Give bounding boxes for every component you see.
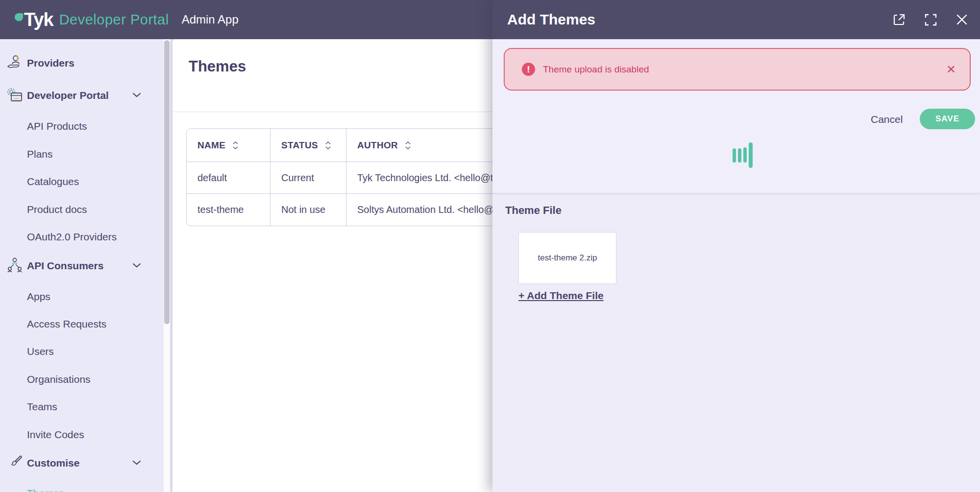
sidebar-item-users[interactable]: Users	[0, 344, 162, 359]
cell-name: test-theme	[187, 194, 270, 226]
column-label: STATUS	[281, 140, 318, 150]
sidebar-item-label: Providers	[27, 57, 74, 69]
sidebar-item-label: Organisations	[27, 374, 91, 385]
sidebar-item-label: Users	[27, 346, 54, 357]
sort-icon	[325, 141, 331, 150]
app-name: Admin App	[182, 13, 239, 26]
drawer-body: ! Theme upload is disabled ✕ Cancel SAVE…	[492, 39, 980, 492]
sidebar-item-providers[interactable]: Providers	[0, 56, 162, 70]
cancel-button[interactable]: Cancel	[871, 114, 903, 125]
api-consumers-icon	[6, 257, 24, 274]
developer-portal-icon: </>	[6, 86, 24, 104]
loading-bars-indicator	[733, 140, 754, 211]
chevron-down-icon[interactable]	[132, 262, 141, 268]
cell-status: Current	[270, 162, 346, 194]
cell-name: default	[187, 162, 270, 194]
chevron-down-icon[interactable]	[132, 460, 141, 466]
close-icon[interactable]	[954, 11, 970, 28]
sidebar-item-label: Invite Codes	[27, 429, 84, 441]
sidebar-item-developer-portal[interactable]: </> Developer Portal	[0, 88, 162, 103]
sidebar-item-label: Access Requests	[27, 318, 106, 330]
sidebar-item-teams[interactable]: Teams	[0, 399, 162, 414]
sidebar-item-label: OAuth2.0 Providers	[27, 231, 117, 243]
sidebar-item-themes[interactable]: Themes	[0, 486, 162, 492]
sidebar-item-label: API Products	[27, 120, 87, 132]
error-alert: ! Theme upload is disabled ✕	[504, 48, 971, 91]
theme-file-card[interactable]: test-theme 2.zip	[518, 232, 616, 284]
sidebar-item-label: Catalogues	[27, 176, 79, 187]
customise-brush-icon	[6, 454, 24, 471]
logo-text: Tyk	[24, 9, 53, 30]
tyk-leaf-icon	[15, 13, 23, 21]
column-label: NAME	[197, 140, 225, 150]
sidebar-item-label: Apps	[27, 291, 50, 303]
sidebar-item-label: Teams	[27, 401, 57, 413]
sidebar-item-catalogues[interactable]: Catalogues	[0, 174, 162, 189]
app-window: Tyk Developer Portal Admin App Providers	[0, 0, 980, 492]
sidebar-item-label: Product docs	[27, 204, 87, 215]
sidebar-item-label: Plans	[27, 148, 53, 160]
open-in-new-window-icon[interactable]	[891, 11, 907, 28]
column-header-name[interactable]: NAME	[187, 129, 270, 162]
sort-icon	[232, 141, 239, 150]
add-themes-drawer: Add Themes	[492, 0, 980, 492]
alert-message: Theme upload is disabled	[543, 64, 649, 75]
sidebar-scrollbar-thumb[interactable]	[164, 40, 170, 324]
alert-close-icon[interactable]: ✕	[946, 64, 956, 75]
save-button[interactable]: SAVE	[920, 109, 975, 129]
providers-icon	[6, 54, 24, 71]
sidebar-item-invite-codes[interactable]: Invite Codes	[0, 427, 162, 442]
sidebar-item-product-docs[interactable]: Product docs	[0, 202, 162, 217]
sidebar-item-access-requests[interactable]: Access Requests	[0, 317, 162, 331]
svg-text:</>: </>	[14, 96, 20, 101]
sidebar-item-organisations[interactable]: Organisations	[0, 372, 162, 387]
sidebar-item-customise[interactable]: Customise	[0, 456, 162, 470]
chevron-down-icon[interactable]	[132, 92, 141, 98]
cell-status: Not in use	[270, 194, 346, 226]
sidebar-item-apps[interactable]: Apps	[0, 289, 162, 304]
error-exclamation-icon: !	[522, 63, 535, 76]
sidebar-item-api-consumers[interactable]: API Consumers	[0, 258, 162, 273]
sidebar-item-label: Developer Portal	[27, 90, 109, 101]
brand-text: Developer Portal	[59, 12, 169, 28]
sidebar-nav: Providers </> Developer Portal API Produ…	[0, 39, 170, 492]
drawer-form-panel: ! Theme upload is disabled ✕ Cancel SAVE	[492, 39, 980, 193]
column-label: AUTHOR	[357, 140, 398, 150]
sidebar-item-label: Customise	[27, 457, 79, 469]
add-theme-file-link[interactable]: + Add Theme File	[518, 290, 604, 302]
drawer-title: Add Themes	[507, 11, 595, 28]
sidebar-item-label: API Consumers	[27, 260, 103, 272]
column-header-status[interactable]: STATUS	[270, 129, 346, 162]
sidebar-item-api-products[interactable]: API Products	[0, 119, 162, 134]
fullscreen-icon[interactable]	[922, 11, 939, 28]
page-title: Themes	[189, 58, 246, 75]
sidebar-item-label: Themes	[27, 488, 64, 492]
tyk-logo: Tyk Developer Portal	[15, 9, 169, 30]
theme-file-name: test-theme 2.zip	[538, 253, 597, 263]
sort-icon	[405, 141, 411, 150]
theme-file-section-title: Theme File	[505, 204, 562, 217]
sidebar-item-oauth-providers[interactable]: OAuth2.0 Providers	[0, 230, 162, 244]
sidebar-item-plans[interactable]: Plans	[0, 147, 162, 162]
drawer-header: Add Themes	[492, 0, 980, 39]
